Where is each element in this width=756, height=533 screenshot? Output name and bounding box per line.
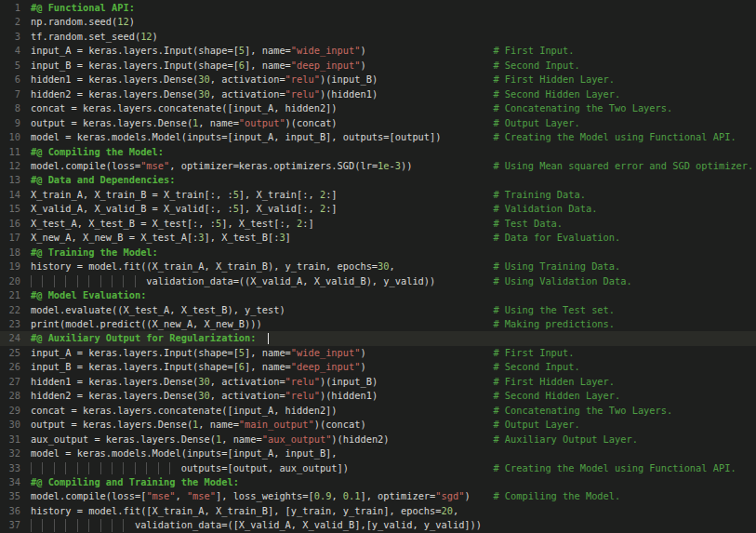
line-number[interactable]: 29: [0, 404, 20, 418]
code-line[interactable]: 30output = keras.layers.Dense(1, name="m…: [0, 418, 756, 432]
line-number[interactable]: 18: [0, 246, 20, 260]
inline-comment: # Output Layer.: [493, 116, 579, 130]
code-line[interactable]: 18#@ Training the Model:: [0, 246, 756, 260]
code-line[interactable]: 24#@ Auxiliary Output for Regularization…: [0, 331, 756, 345]
code-line[interactable]: 9output = keras.layers.Dense(1, name="ou…: [0, 116, 756, 130]
line-number[interactable]: 24: [0, 331, 20, 345]
code-line[interactable]: 28hidden2 = keras.layers.Dense(30, activ…: [0, 389, 756, 403]
line-number[interactable]: 5: [0, 59, 20, 73]
line-number[interactable]: 34: [0, 475, 20, 489]
code-line[interactable]: 10model = keras.models.Model(inputs=[inp…: [0, 130, 756, 144]
line-number[interactable]: 17: [0, 231, 20, 245]
inline-comment: # Validation Data.: [493, 202, 597, 216]
code-line[interactable]: 33 outputs=[output, aux_output])# Creati…: [0, 461, 756, 475]
line-number[interactable]: 3: [0, 30, 20, 44]
inline-comment: # Creating the Model using Functional AP…: [493, 130, 736, 144]
line-number[interactable]: 10: [0, 130, 20, 144]
line-number[interactable]: 31: [0, 433, 20, 446]
line-number[interactable]: 33: [0, 461, 20, 475]
line-number[interactable]: 22: [0, 303, 20, 317]
code-line[interactable]: 21#@ Model Evaluation:: [0, 288, 756, 302]
inline-comment: # Data for Evaluation.: [493, 231, 620, 245]
code-line[interactable]: 14X_train_A, X_train_B = X_train[:, :5],…: [0, 188, 756, 202]
code-line[interactable]: 29concat = keras.layers.concatenate([inp…: [0, 404, 756, 418]
line-number[interactable]: 21: [0, 288, 20, 302]
inline-comment: # Concatenating the Two Layers.: [493, 101, 672, 115]
inline-comment: # First Hidden Layer.: [493, 375, 615, 389]
code-line[interactable]: 35model.compile(loss=["mse", "mse"], los…: [0, 489, 756, 503]
line-number[interactable]: 1: [0, 1, 20, 15]
code-line[interactable]: 16X_test_A, X_test_B = X_test[:, :5], X_…: [0, 217, 756, 231]
code-line[interactable]: 20 validation_data=((X_valid_A, X_valid_…: [0, 274, 756, 288]
line-number[interactable]: 14: [0, 188, 20, 202]
code-line[interactable]: 3tf.random.set_seed(12): [0, 30, 756, 44]
code-line[interactable]: 34#@ Compiling and Training the Model:: [0, 475, 756, 489]
code-line[interactable]: 12model.compile(loss="mse", optimizer=ke…: [0, 159, 756, 173]
code-text: input_A = keras.layers.Input(shape=[5], …: [31, 45, 366, 56]
line-number[interactable]: 37: [0, 518, 20, 532]
code-line[interactable]: 19history = model.fit((X_train_A, X_trai…: [0, 260, 756, 273]
code-line[interactable]: 36history = model.fit([X_train_A, X_trai…: [0, 504, 756, 518]
code-text: hidden1 = keras.layers.Dense(30, activat…: [31, 73, 378, 85]
line-number[interactable]: 2: [0, 15, 20, 29]
code-line[interactable]: 4input_A = keras.layers.Input(shape=[5],…: [0, 44, 756, 58]
inline-comment: # Using Mean squared error and SGD optim…: [493, 159, 753, 173]
line-number[interactable]: 26: [0, 360, 20, 374]
code-text: model = keras.models.Model(inputs=[input…: [31, 131, 441, 142]
code-line[interactable]: 1#@ Functional API:: [0, 1, 756, 15]
line-number[interactable]: 32: [0, 446, 20, 460]
code-line[interactable]: 22model.evaluate((X_test_A, X_test_B), y…: [0, 303, 756, 317]
code-line[interactable]: 6hidden1 = keras.layers.Dense(30, activa…: [0, 73, 756, 87]
line-number[interactable]: 27: [0, 375, 20, 389]
code-text: X_valid_A, X_valid_B = X_valid[:, :5], X…: [31, 203, 338, 214]
code-text: output = keras.layers.Dense(1, name="mai…: [31, 419, 366, 430]
inline-comment: # First Input.: [493, 346, 574, 360]
inline-comment: # Using Validation Data.: [493, 274, 631, 288]
code-text: hidden2 = keras.layers.Dense(30, activat…: [31, 88, 378, 100]
text-cursor: [268, 333, 270, 345]
code-line[interactable]: 5input_B = keras.layers.Input(shape=[6],…: [0, 59, 756, 73]
code-line[interactable]: 15X_valid_A, X_valid_B = X_valid[:, :5],…: [0, 202, 756, 216]
line-number[interactable]: 9: [0, 116, 20, 130]
code-line[interactable]: 23print(model.predict((X_new_A, X_new_B)…: [0, 317, 756, 331]
code-text: concat = keras.layers.concatenate([input…: [31, 102, 338, 113]
line-number[interactable]: 28: [0, 389, 20, 403]
line-number[interactable]: 7: [0, 87, 20, 101]
code-line[interactable]: 27hidden1 = keras.layers.Dense(30, activ…: [0, 375, 756, 389]
code-editor[interactable]: 1#@ Functional API:2np.random.seed(12)3t…: [0, 0, 756, 533]
line-number[interactable]: 13: [0, 173, 20, 187]
code-line[interactable]: 25input_A = keras.layers.Input(shape=[5]…: [0, 346, 756, 360]
line-number[interactable]: 25: [0, 346, 20, 360]
line-number[interactable]: 11: [0, 145, 20, 159]
code-text: history = model.fit((X_train_A, X_train_…: [31, 260, 395, 272]
line-number[interactable]: 35: [0, 489, 20, 503]
code-text: aux_output = keras.layers.Dense(1, name=…: [31, 433, 390, 445]
code-line[interactable]: 17X_new_A, X_new_B = X_test_A[:3], X_tes…: [0, 231, 756, 245]
code-line[interactable]: 31aux_output = keras.layers.Dense(1, nam…: [0, 433, 756, 446]
code-line[interactable]: 8concat = keras.layers.concatenate([inpu…: [0, 101, 756, 115]
indent-guide: [31, 275, 146, 287]
inline-comment: # Using the Test set.: [493, 303, 615, 317]
inline-comment: # Using Training Data.: [493, 260, 620, 273]
line-number[interactable]: 20: [0, 274, 20, 288]
line-number[interactable]: 36: [0, 504, 20, 518]
line-number[interactable]: 16: [0, 217, 20, 231]
inline-comment: # First Input.: [493, 44, 574, 58]
line-number[interactable]: 15: [0, 202, 20, 216]
code-line[interactable]: 2np.random.seed(12): [0, 15, 756, 29]
line-number[interactable]: 4: [0, 44, 20, 58]
line-number[interactable]: 12: [0, 159, 20, 173]
code-line[interactable]: 26input_B = keras.layers.Input(shape=[6]…: [0, 360, 756, 374]
code-line[interactable]: 37 validation_data=([X_valid_A, X_valid_…: [0, 518, 756, 532]
line-number[interactable]: 23: [0, 317, 20, 331]
code-line[interactable]: 11#@ Compiling the Model:: [0, 145, 756, 159]
line-number[interactable]: 8: [0, 101, 20, 115]
code-line[interactable]: 13#@ Data and Dependencies:: [0, 173, 756, 187]
code-line[interactable]: 7hidden2 = keras.layers.Dense(30, activa…: [0, 87, 756, 101]
code-text: np.random.seed(12): [31, 16, 135, 27]
line-number[interactable]: 19: [0, 260, 20, 273]
line-number[interactable]: 6: [0, 73, 20, 87]
code-line[interactable]: 32model = keras.models.Model(inputs=[inp…: [0, 446, 756, 460]
code-text: #@ Training the Model:: [31, 247, 158, 258]
line-number[interactable]: 30: [0, 418, 20, 432]
